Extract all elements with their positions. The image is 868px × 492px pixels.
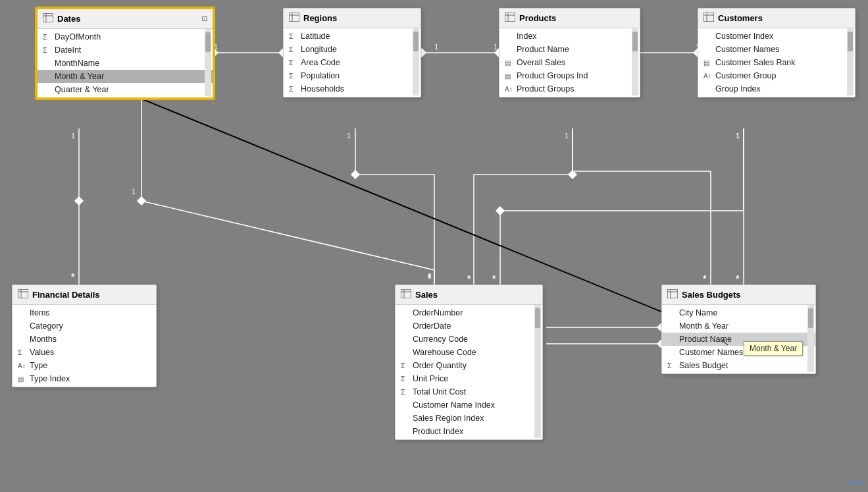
field-sb-productname[interactable]: Product Name <box>662 333 815 346</box>
field-customernames[interactable]: Customer Names <box>698 43 855 56</box>
sales-table[interactable]: Sales OrderNumber OrderDate Currency Cod… <box>395 285 543 440</box>
field-productgroups[interactable]: A↕ Product Groups <box>499 82 640 96</box>
sigma-icon: Σ <box>401 375 410 383</box>
field-productname[interactable]: Product Name <box>499 43 640 56</box>
field-customernameindex[interactable]: Customer Name Index <box>396 398 542 412</box>
field-currencycode[interactable]: Currency Code <box>396 333 542 346</box>
regions-table[interactable]: Regions Σ Latitude Σ Longitude Σ Area Co… <box>283 8 421 97</box>
sigma-icon: Σ <box>289 45 298 53</box>
svg-line-1 <box>141 201 434 270</box>
field-unitprice[interactable]: Σ Unit Price <box>396 372 542 385</box>
field-sb-customernames[interactable]: Customer Names <box>662 346 815 359</box>
field-values[interactable]: Σ Values <box>13 346 156 359</box>
sigma-icon: Σ <box>401 388 410 396</box>
field-category[interactable]: Category <box>13 319 156 333</box>
sigma-icon: Σ <box>667 362 677 369</box>
az-icon: A↕ <box>505 86 514 93</box>
regions-title: Regions <box>303 13 337 23</box>
sales-budgets-table[interactable]: Sales Budgets City Name Month & Year Pro… <box>661 285 816 374</box>
svg-text:1: 1 <box>494 43 498 51</box>
field-customerindex[interactable]: Customer Index <box>698 30 855 43</box>
dates-table-header: Dates ⊡ <box>38 9 213 29</box>
table-icon <box>401 289 411 300</box>
svg-rect-72 <box>401 289 411 298</box>
svg-text:1: 1 <box>214 43 218 51</box>
sigma-icon: Σ <box>289 72 298 80</box>
field-index[interactable]: Index <box>499 30 640 43</box>
sales-budgets-header: Sales Budgets <box>662 285 815 305</box>
field-productgroupsind[interactable]: ▤ Product Groups Ind <box>499 69 640 82</box>
field-orderdate[interactable]: OrderDate <box>396 319 542 333</box>
svg-rect-66 <box>703 13 714 22</box>
field-overallsales[interactable]: ▤ Overall Sales <box>499 56 640 69</box>
table-icon <box>43 13 53 24</box>
field-ordernumber[interactable]: OrderNumber <box>396 306 542 319</box>
field-dateint[interactable]: Σ DateInt <box>38 43 213 57</box>
field-orderquantity[interactable]: Σ Order Quantity <box>396 359 542 372</box>
customers-scrollbar[interactable] <box>847 28 854 96</box>
field-population[interactable]: Σ Population <box>284 69 421 82</box>
products-scrollbar[interactable] <box>632 28 638 96</box>
field-month-year[interactable]: Month & Year <box>38 70 213 83</box>
sigma-icon: Σ <box>289 85 298 93</box>
sales-table-header: Sales <box>396 285 542 305</box>
svg-text:1: 1 <box>347 132 351 140</box>
sales-budgets-fields: City Name Month & Year Product Name Cust… <box>662 305 815 373</box>
svg-rect-13 <box>351 170 360 179</box>
field-customersalesrank[interactable]: ▤ Customer Sales Rank <box>698 56 855 69</box>
table-icon-small: ▤ <box>703 59 713 67</box>
field-sb-salesbudget[interactable]: Σ Sales Budget <box>662 359 815 372</box>
field-items[interactable]: Items <box>13 306 156 319</box>
field-totalunitcost[interactable]: Σ Total Unit Cost <box>396 385 542 398</box>
sales-budgets-scrollbar[interactable] <box>807 305 814 372</box>
svg-text:*: * <box>428 271 432 282</box>
field-households[interactable]: Σ Households <box>284 82 421 96</box>
customers-table[interactable]: Customers Customer Index Customer Names … <box>698 8 855 97</box>
field-sb-monthyear[interactable]: Month & Year <box>662 319 815 333</box>
svg-rect-60 <box>289 13 299 22</box>
svg-text:1: 1 <box>736 132 740 140</box>
field-salesregionindex[interactable]: Sales Region Index <box>396 412 542 425</box>
dates-scrollbar[interactable] <box>205 29 211 96</box>
field-months[interactable]: Months <box>13 333 156 346</box>
field-longitude[interactable]: Σ Longitude <box>284 43 421 56</box>
field-quarter-year[interactable]: Quarter & Year <box>38 83 213 96</box>
customers-title: Customers <box>718 13 763 23</box>
svg-rect-57 <box>43 13 53 22</box>
field-warehousecode[interactable]: Warehouse Code <box>396 346 542 359</box>
products-table[interactable]: Products Index Product Name ▤ Overall Sa… <box>499 8 640 97</box>
svg-text:*: * <box>736 273 740 284</box>
field-type[interactable]: A↕ Type <box>13 359 156 372</box>
az-icon: A↕ <box>18 362 27 369</box>
field-cityname[interactable]: City Name <box>662 306 815 319</box>
products-title: Products <box>519 13 556 23</box>
dates-title: Dates <box>57 14 80 24</box>
financial-details-table[interactable]: Financial Details Items Category Months … <box>12 285 157 387</box>
table-icon-small: ▤ <box>505 72 514 80</box>
field-customergroup[interactable]: A↕ Customer Group <box>698 69 855 82</box>
customers-table-header: Customers <box>698 9 855 28</box>
field-productindex[interactable]: Product Index <box>396 425 542 438</box>
sigma-icon: Σ <box>289 59 298 67</box>
dates-expand-icon[interactable]: ⊡ <box>201 14 207 23</box>
sigma-icon: Σ <box>289 32 298 40</box>
sales-budgets-title: Sales Budgets <box>682 290 741 300</box>
field-groupindex[interactable]: Group Index <box>698 82 855 96</box>
financial-details-header: Financial Details <box>13 285 156 305</box>
svg-rect-19 <box>568 170 577 179</box>
sales-scrollbar[interactable] <box>534 305 541 438</box>
svg-text:*: * <box>428 273 432 284</box>
svg-rect-29 <box>496 206 505 215</box>
field-areacode[interactable]: Σ Area Code <box>284 56 421 69</box>
field-typeindex[interactable]: ▤ Type Index <box>13 372 156 385</box>
regions-scrollbar[interactable] <box>413 28 419 96</box>
field-monthname[interactable]: MonthName <box>38 57 213 70</box>
svg-rect-69 <box>18 289 28 298</box>
dates-table[interactable]: Dates ⊡ Σ DayOfMonth Σ DateInt MonthName… <box>36 8 214 99</box>
svg-rect-7 <box>74 196 84 205</box>
field-latitude[interactable]: Σ Latitude <box>284 30 421 43</box>
field-dayofmonth[interactable]: Σ DayOfMonth <box>38 30 213 43</box>
svg-rect-3 <box>137 196 146 205</box>
watermark: ✦✦✦ <box>847 479 863 487</box>
svg-text:*: * <box>703 273 707 284</box>
